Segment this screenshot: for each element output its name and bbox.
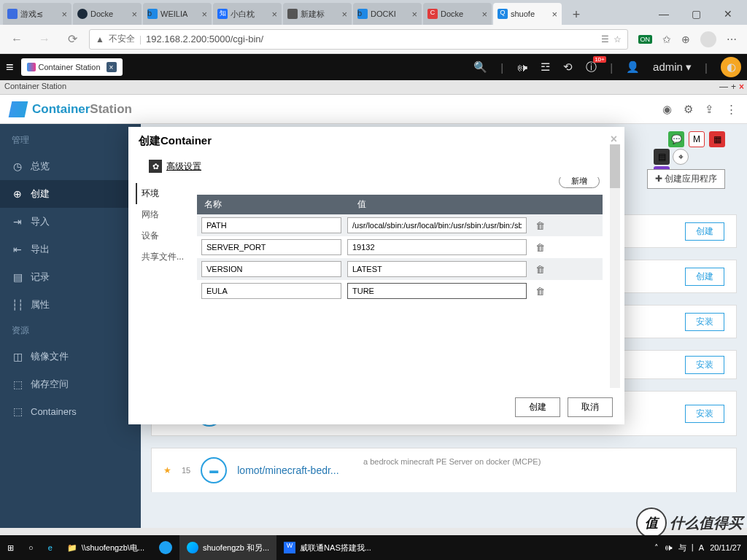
create-application-button[interactable]: ✚ 创建应用程序: [647, 169, 725, 189]
env-value-input[interactable]: [347, 283, 527, 299]
ie-icon[interactable]: e: [41, 535, 60, 560]
settings-icon[interactable]: ⚙: [684, 103, 693, 116]
delete-row-icon[interactable]: 🗑: [535, 242, 545, 253]
dashboard-icon[interactable]: ◐: [721, 57, 741, 77]
result-action-button[interactable]: 安装: [685, 356, 724, 374]
sidebar-item-overview[interactable]: ◷总览: [0, 152, 141, 180]
collections-icon[interactable]: ⊕: [681, 34, 690, 45]
window-close-button[interactable]: ✕: [712, 3, 744, 25]
qts-menu-icon[interactable]: ≡: [6, 60, 14, 75]
tasks-icon[interactable]: ☲: [541, 61, 550, 74]
env-name-input[interactable]: [201, 261, 341, 277]
explorer-icon[interactable]: 📁\\shuofengzb\电...: [60, 535, 152, 560]
modal-title: 创建Container ×: [128, 127, 624, 155]
result-action-button[interactable]: 安装: [685, 405, 724, 423]
search-icon[interactable]: 🔍: [473, 61, 487, 74]
result-action-button[interactable]: 创建: [685, 268, 724, 286]
env-name-input[interactable]: [201, 283, 341, 299]
menu-icon[interactable]: ⋯: [727, 34, 737, 45]
add-env-button[interactable]: 新增: [559, 177, 600, 188]
cortana-button[interactable]: ○: [21, 535, 41, 560]
delete-row-icon[interactable]: 🗑: [535, 264, 545, 275]
reader-icon[interactable]: ☰: [601, 34, 609, 44]
export-icon[interactable]: ⇪: [705, 103, 714, 116]
tab-7[interactable]: Qshuofe×: [493, 3, 562, 25]
result-action-button[interactable]: 安装: [685, 313, 724, 331]
film-icon[interactable]: ▤: [654, 149, 670, 165]
user-icon[interactable]: 👤: [626, 61, 640, 74]
notifications-icon[interactable]: ⓘ: [586, 61, 597, 74]
favorite-icon[interactable]: ☆: [614, 34, 622, 44]
calendar-icon[interactable]: ▦: [709, 131, 725, 147]
refresh-button[interactable]: ⟳: [61, 28, 83, 50]
start-button[interactable]: ⊞: [0, 535, 21, 560]
modal-scrollbar-thumb[interactable]: [610, 177, 620, 188]
sidebar-item-preferences[interactable]: ┆┆属性: [0, 291, 141, 319]
tray-chevron-icon[interactable]: ˄: [654, 543, 659, 553]
url-input[interactable]: ▲ 不安全 | 192.168.2.200:5000/cgi-bin/ ☰ ☆: [89, 29, 628, 50]
app-shortcut-icon[interactable]: 💬: [668, 131, 684, 147]
sidebar-item-logs[interactable]: ▤记录: [0, 263, 141, 291]
clock[interactable]: 20/11/27: [710, 543, 741, 552]
sidebar: 管理 ◷总览 ⊕创建 ⇥导入 ⇤导出 ▤记录 ┆┆属性 资源 ◫镜像文件 ⬚储存…: [0, 124, 141, 528]
env-name-input[interactable]: [201, 239, 341, 255]
sidebar-item-export[interactable]: ⇤导出: [0, 236, 141, 263]
sidebar-item-containers[interactable]: ⬚Containers: [0, 398, 141, 424]
back-button[interactable]: ←: [6, 28, 28, 50]
ime-indicator[interactable]: 与 丨 A: [678, 542, 704, 553]
edge-window[interactable]: shuofengzb 和另...: [179, 535, 276, 560]
sidebar-item-images[interactable]: ◫镜像文件: [0, 343, 141, 370]
tab-1[interactable]: Docke×: [73, 3, 142, 25]
docker-icon: ▬: [201, 457, 227, 483]
tab-3[interactable]: 知小白枕×: [213, 3, 282, 25]
env-name-input[interactable]: [201, 217, 341, 233]
devices-icon[interactable]: ⟲: [563, 61, 573, 74]
tab-close-icon[interactable]: ×: [61, 9, 67, 20]
window-minimize-button[interactable]: —: [648, 3, 680, 25]
tab-0[interactable]: 游戏≲×: [3, 3, 71, 25]
qts-tab-close-icon[interactable]: ×: [107, 62, 117, 72]
window-maximize-button[interactable]: ▢: [680, 3, 712, 25]
tab-env[interactable]: 环境: [136, 183, 194, 204]
tab-5[interactable]: bDOCKI×: [353, 3, 422, 25]
sidebar-item-create[interactable]: ⊕创建: [0, 180, 141, 208]
tab-4[interactable]: 新建标×: [283, 3, 352, 25]
tab-shared[interactable]: 共享文件...: [142, 246, 194, 268]
delete-row-icon[interactable]: 🗑: [535, 220, 545, 231]
windows-taskbar: ⊞ ○ e 📁\\shuofengzb\电... shuofengzb 和另..…: [0, 535, 747, 560]
tab-network[interactable]: 网络: [142, 204, 194, 225]
tab-6[interactable]: CDocke×: [423, 3, 492, 25]
edge-window-2[interactable]: W威联通NAS搭建我...: [276, 535, 379, 560]
tab-device[interactable]: 设备: [142, 225, 194, 246]
app-min-button[interactable]: —: [719, 82, 728, 92]
modal-scrollbar-track[interactable]: [610, 177, 620, 388]
tray-volume-icon[interactable]: 🕪: [665, 543, 673, 552]
sidebar-item-volumes[interactable]: ⬚储存空间: [0, 370, 141, 398]
modal-cancel-button[interactable]: 取消: [568, 397, 613, 417]
sidebar-item-import[interactable]: ⇥导入: [0, 208, 141, 236]
advanced-settings-link[interactable]: 高级设置: [166, 160, 201, 173]
tab-2[interactable]: bWEILIA×: [143, 3, 212, 25]
volume-icon[interactable]: 🕪: [516, 61, 527, 74]
favorites-icon[interactable]: ✩: [662, 34, 671, 45]
env-value-input[interactable]: [347, 239, 527, 255]
result-action-button[interactable]: 创建: [685, 222, 724, 241]
delete-row-icon[interactable]: 🗑: [535, 286, 545, 297]
gmail-icon[interactable]: M: [689, 131, 705, 147]
app-close-button[interactable]: ×: [739, 82, 744, 92]
env-value-input[interactable]: [347, 261, 527, 277]
result-name[interactable]: lomot/minecraft-bedr...: [237, 464, 338, 476]
profile-icon[interactable]: [700, 31, 716, 47]
app-max-button[interactable]: +: [731, 82, 736, 92]
qts-tab-container-station[interactable]: Container Station ×: [21, 58, 123, 76]
modal-ok-button[interactable]: 创建: [515, 397, 560, 417]
new-tab-button[interactable]: +: [566, 4, 587, 25]
extension-on-badge[interactable]: ON: [638, 35, 653, 44]
result-desc: a bedrock minecraft PE Server on docker …: [363, 457, 541, 466]
compass-icon[interactable]: ⌖: [673, 149, 689, 165]
more-icon[interactable]: ⋮: [726, 103, 737, 116]
iot-icon[interactable]: ◉: [662, 103, 672, 116]
admin-menu[interactable]: admin ▾: [653, 61, 692, 74]
app-icon[interactable]: [152, 535, 179, 560]
env-value-input[interactable]: [347, 217, 527, 233]
